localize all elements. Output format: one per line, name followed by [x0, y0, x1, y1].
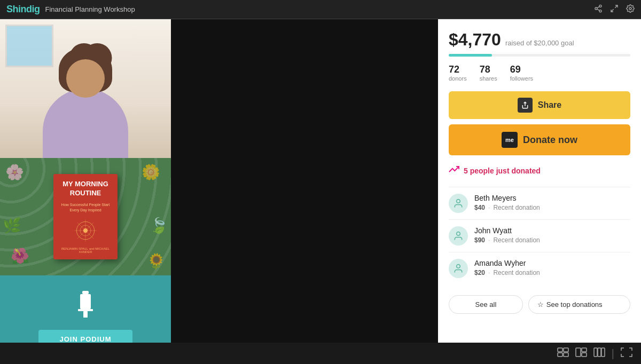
people-donated-notice: 5 people just donated	[449, 164, 630, 177]
svg-line-4	[597, 6, 600, 8]
bottom-bar: |	[0, 343, 641, 364]
window-title: Financial Planning Workshop	[45, 5, 135, 13]
video-feed	[0, 19, 171, 158]
donors-count: 72	[449, 64, 459, 75]
svg-rect-18	[83, 311, 88, 318]
svg-rect-17	[78, 309, 93, 311]
shares-label: shares	[480, 75, 497, 82]
svg-rect-25	[558, 353, 562, 357]
donor-tag: Recent donation	[493, 269, 540, 276]
donor-info: Amanda Wyher $20 · Recent donation	[474, 259, 630, 276]
svg-point-0	[599, 5, 601, 7]
list-view-button[interactable]	[593, 347, 605, 360]
progress-bar	[449, 54, 630, 57]
donor-amount: $20	[474, 269, 485, 276]
book-decoration-icon	[72, 217, 99, 244]
donate-button[interactable]: me Donate now	[449, 124, 630, 155]
star-icon: ☆	[537, 300, 544, 308]
donor-tag: Recent donation	[493, 236, 540, 244]
svg-rect-24	[564, 348, 568, 352]
donor-avatar	[449, 194, 468, 213]
svg-line-3	[597, 9, 600, 11]
grid-view-button[interactable]	[557, 347, 569, 360]
trending-icon	[449, 164, 459, 177]
podium-icon	[73, 291, 98, 323]
followers-stat: 69 followers	[510, 64, 533, 82]
svg-rect-23	[558, 348, 562, 352]
share-button-label: Share	[538, 100, 561, 110]
donor-item: Amanda Wyher $20 · Recent donation	[449, 252, 630, 284]
shares-count: 78	[480, 64, 490, 75]
svg-rect-29	[582, 353, 587, 357]
svg-rect-28	[582, 348, 587, 352]
donors-stat: 72 donors	[449, 64, 467, 82]
see-top-label: See top donations	[546, 300, 603, 308]
donor-item: Beth Meyers $40 · Recent donation	[449, 187, 630, 219]
topbar: Shindig Financial Planning Workshop	[0, 0, 641, 19]
book-display: 🌸 🌼 🌺 🌻 🌿 🍃 MY MORNING ROUTINE How Succe…	[0, 158, 171, 275]
book-cover: MY MORNING ROUTINE How Successful People…	[53, 174, 118, 259]
donor-avatar	[449, 226, 468, 246]
donor-meta: $20 · Recent donation	[474, 269, 630, 276]
svg-point-22	[457, 265, 460, 268]
svg-rect-31	[598, 348, 601, 357]
me-logo: me	[502, 132, 518, 148]
donor-name: John Wyatt	[474, 226, 630, 235]
svg-point-20	[457, 200, 460, 203]
book-authors: BENJAMIN SPALL and MICHAEL XANDER	[59, 247, 112, 254]
donation-amount-row: $4,770 raised of $20,000 goal	[449, 30, 630, 50]
expand-icon[interactable]	[610, 4, 619, 14]
svg-rect-32	[601, 348, 605, 357]
svg-rect-16	[80, 294, 91, 309]
svg-point-2	[599, 10, 601, 12]
donation-panel: $4,770 raised of $20,000 goal 72 donors …	[438, 19, 641, 364]
donor-meta: $90 · Recent donation	[474, 236, 630, 244]
donor-name: Beth Meyers	[474, 194, 630, 202]
goal-text: raised of $20,000 goal	[505, 39, 574, 47]
donor-tag: Recent donation	[493, 204, 540, 211]
app-logo: Shindig	[6, 4, 40, 15]
bottom-actions: See all ☆ See top donations	[449, 290, 630, 314]
svg-point-1	[595, 7, 597, 10]
donor-info: Beth Meyers $40 · Recent donation	[474, 194, 630, 211]
center-stage	[171, 19, 438, 364]
left-panel: 🌸 🌼 🌺 🌻 🌿 🍃 MY MORNING ROUTINE How Succe…	[0, 19, 171, 364]
see-all-button[interactable]: See all	[449, 295, 523, 314]
svg-rect-30	[594, 348, 597, 357]
donor-meta: $40 · Recent donation	[474, 204, 630, 211]
donor-info: John Wyatt $90 · Recent donation	[474, 226, 630, 244]
svg-line-6	[611, 9, 614, 12]
donor-avatar	[449, 259, 468, 278]
svg-line-5	[615, 5, 617, 8]
donor-amount: $90	[474, 236, 485, 244]
share-button[interactable]: Share	[449, 91, 630, 119]
book-subtitle: How Successful People Start Every Day In…	[59, 202, 112, 213]
followers-label: followers	[510, 75, 533, 82]
donor-list: Beth Meyers $40 · Recent donation	[449, 187, 630, 284]
raised-amount: $4,770	[449, 30, 501, 50]
svg-point-21	[457, 232, 460, 236]
share-icon[interactable]	[594, 4, 603, 14]
split-view-button[interactable]	[575, 347, 587, 360]
see-top-button[interactable]: ☆ See top donations	[528, 295, 630, 314]
donor-name: Amanda Wyher	[474, 259, 630, 267]
svg-rect-15	[82, 291, 89, 294]
svg-rect-27	[576, 348, 581, 357]
divider: |	[612, 347, 614, 360]
stats-row: 72 donors 78 shares 69 followers	[449, 64, 630, 82]
settings-icon[interactable]	[626, 4, 635, 14]
progress-bar-fill	[449, 54, 492, 57]
svg-point-7	[629, 7, 631, 10]
donor-item: John Wyatt $90 · Recent donation	[449, 219, 630, 252]
fullscreen-button[interactable]	[621, 347, 632, 360]
donors-label: donors	[449, 75, 467, 82]
donor-amount: $40	[474, 204, 485, 211]
book-title: MY MORNING ROUTINE	[59, 180, 112, 198]
shares-stat: 78 shares	[480, 64, 497, 82]
donate-button-label: Donate now	[523, 134, 577, 146]
share-button-icon	[518, 98, 533, 113]
svg-rect-26	[564, 353, 568, 357]
followers-count: 69	[510, 64, 521, 75]
people-donated-text: 5 people just donated	[464, 167, 541, 175]
